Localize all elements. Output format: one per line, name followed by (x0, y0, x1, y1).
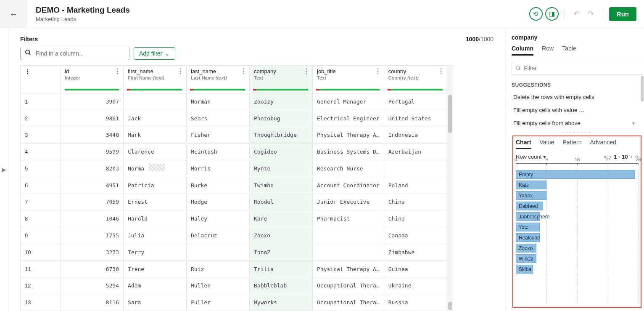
kebab-icon[interactable]: ⋮ (240, 68, 247, 75)
cell-first-name: Mark (124, 127, 187, 144)
search-icon (515, 65, 521, 71)
cell-country: Indonesia (384, 127, 447, 144)
cell-last-name: Ruiz (187, 260, 250, 277)
table-row[interactable]: 116730IreneRuizTriliaPhysical Therapy A…… (21, 260, 447, 277)
kebab-icon[interactable]: ⋮ (375, 68, 381, 75)
panel-filter-input[interactable]: Filter (512, 62, 644, 74)
chart-bar-label: Yotz (516, 223, 540, 231)
back-button[interactable]: ← (0, 0, 27, 28)
page-title: DEMO - Marketing Leads (36, 5, 529, 15)
column-header-last-name[interactable]: last_name Last Name (text) ⋮ (187, 66, 250, 93)
table-row[interactable]: 103273TerryInnoZZimbabwe (21, 244, 447, 260)
table-scrollbar[interactable] (447, 65, 453, 311)
cell-country: Russia (384, 294, 447, 311)
tab-row[interactable]: Row (542, 45, 554, 56)
cell-company: Zooxo (250, 227, 313, 244)
tab-value[interactable]: Value (540, 139, 554, 149)
chevron-right-icon: ▶ (2, 166, 6, 173)
table-row[interactable]: 138116SaraFullerMyworksOccupational Ther… (21, 294, 447, 311)
chart-bar[interactable]: Zooxo (516, 243, 638, 253)
chart-metric-dropdown[interactable]: Row count▾ (516, 154, 546, 160)
cell-last-name: Hodge (187, 194, 250, 210)
cell-first-name: Jack (124, 110, 187, 127)
cell-country: Poland (384, 177, 447, 194)
cell-last-name: Mullen (187, 277, 250, 294)
cell-id: 1046 (61, 210, 124, 227)
suggestion-item[interactable]: Fill empty cells from above▾ (512, 117, 638, 130)
chart-bar[interactable]: Wikizz (516, 253, 638, 264)
cell-job-title: Account Coordinator (313, 177, 384, 194)
chart-bar[interactable]: Empty (516, 169, 638, 180)
panel-filter-placeholder: Filter (524, 65, 537, 72)
column-search[interactable] (20, 47, 129, 60)
chart-bar[interactable]: Yotz (516, 222, 638, 232)
chart-bar[interactable]: Dabfeed (516, 201, 638, 211)
column-header-first-name[interactable]: first_name First Name (text) ⋮ (124, 66, 187, 93)
cell-id: 5294 (61, 277, 124, 294)
kebab-icon[interactable]: ⋮ (114, 68, 121, 75)
column-header-country[interactable]: country Country (text) ⋮ (384, 66, 447, 93)
panel-title: company (512, 34, 644, 41)
chart-bar[interactable]: Realcube (516, 232, 638, 243)
pager-next-icon[interactable]: › (631, 153, 633, 160)
column-header-id[interactable]: id Integer ⋮ (61, 66, 124, 93)
cell-index: 8 (21, 210, 61, 227)
cell-first-name: Julia (124, 227, 187, 244)
scrollbar-thumb[interactable] (448, 302, 452, 310)
chart-bar[interactable]: Yabox (516, 190, 638, 201)
cell-first-name: Norma (124, 160, 187, 177)
table-row[interactable]: 81046HaroldHaleyKarePharmacistChina (21, 210, 447, 227)
add-filter-label: Add filter (139, 50, 162, 57)
table-row[interactable]: 64951PatriciaBurkeTwimboAccount Coordina… (21, 177, 447, 194)
search-icon (25, 49, 32, 58)
tab-column[interactable]: Column (512, 45, 533, 56)
undo-button[interactable]: ↶ (571, 8, 583, 20)
cell-company: Kare (250, 210, 313, 227)
add-filter-button[interactable]: Add filter ⌄ (134, 47, 175, 60)
table-row[interactable]: 77059ErnestHodgeRoodelJunior ExecutiveCh… (21, 194, 447, 210)
tab-advanced[interactable]: Advanced (590, 139, 616, 149)
suggestion-item[interactable]: Fill empty cells with value … (512, 104, 638, 117)
scrollbar-thumb[interactable] (641, 76, 644, 101)
tab-table[interactable]: Table (562, 45, 576, 56)
table-row[interactable]: 13907NormanZoozzyGeneral ManagerPortugal (21, 93, 447, 110)
table-row[interactable]: 33448MarkFisherThoughtbridgePhysical The… (21, 127, 447, 144)
chart-bar-label: Empty (516, 170, 635, 179)
arrow-left-icon: ← (10, 9, 18, 19)
resize-handle[interactable]: • • • • • • • • (512, 130, 641, 134)
table-row[interactable]: 125294AdamMullenBabbleblabOccupational T… (21, 277, 447, 294)
column-header-job-title[interactable]: job_title Text ⋮ (313, 66, 384, 93)
column-header-company[interactable]: company Text ⋮ (250, 66, 313, 93)
table-row[interactable]: 58203NormaMorrisMynteResearch Nurse (21, 160, 447, 177)
column-search-input[interactable] (35, 50, 125, 57)
chevron-down-icon: ⌄ (165, 50, 170, 57)
cell-company: Thoughtbridge (250, 127, 313, 144)
kebab-icon[interactable]: ⋮ (438, 68, 444, 75)
panel-toggle-button[interactable]: ◨ (545, 7, 559, 21)
table-header-row: ⋮ id Integer ⋮ first_name First Name (te… (21, 66, 447, 93)
link-icon-button[interactable]: ⟲ (529, 7, 543, 21)
cell-first-name: Clarence (124, 144, 187, 160)
chart-bar[interactable]: Skiba (516, 264, 638, 274)
run-button[interactable]: Run (609, 7, 636, 21)
cell-last-name: Norman (187, 93, 250, 110)
cell-last-name: Delacruz (187, 227, 250, 244)
chart-bar[interactable]: Jabbersphere (516, 211, 638, 222)
table-row[interactable]: 29861JackSearsPhotobugElectrical Enginee… (21, 110, 447, 127)
table-row[interactable]: 49599ClarenceMcintoshCogidooBusiness Sys… (21, 144, 447, 160)
kebab-icon[interactable]: ⋮ (303, 68, 310, 75)
svg-point-0 (26, 50, 29, 54)
table-row[interactable]: 91755JuliaDelacruzZooxoCanada (21, 227, 447, 244)
kebab-icon[interactable]: ⋮ (177, 68, 184, 75)
cell-job-title: Business Systems D… (313, 144, 384, 160)
chart-bar[interactable]: Katz (516, 180, 638, 190)
axis-tick-label: 9 (545, 157, 548, 162)
tab-pattern[interactable]: Pattern (562, 139, 581, 149)
tab-chart[interactable]: Chart (516, 139, 531, 149)
left-panel-toggle[interactable]: ▶ (0, 28, 8, 311)
scrollbar-thumb[interactable] (448, 95, 452, 133)
cell-first-name (124, 93, 187, 110)
suggestion-item[interactable]: Delete the rows with empty cells (512, 90, 638, 104)
row-menu-header[interactable]: ⋮ (21, 66, 61, 93)
redo-button[interactable]: ↷ (585, 8, 597, 20)
